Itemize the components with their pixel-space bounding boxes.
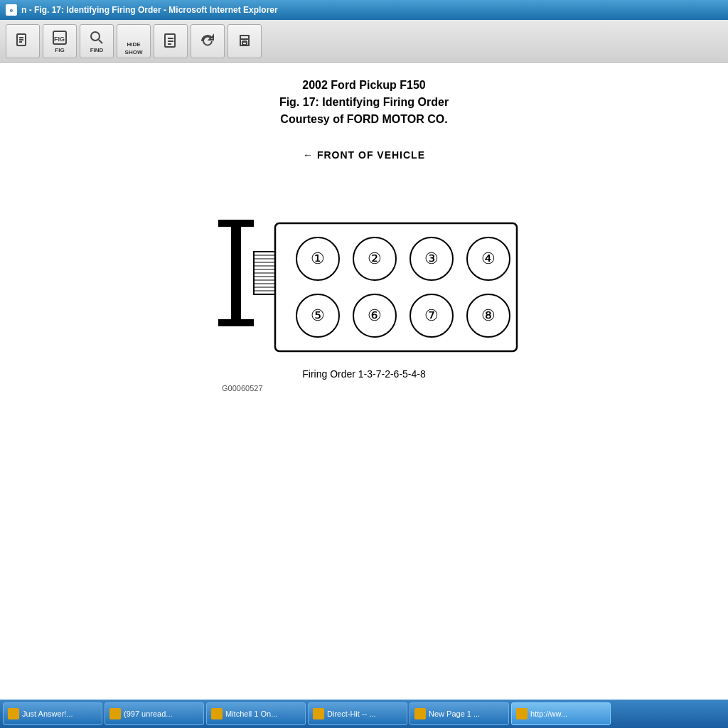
svg-text:②: ②: [368, 250, 382, 267]
doc-button[interactable]: [154, 24, 188, 58]
svg-rect-48: [314, 710, 323, 718]
taskbar-item-unread[interactable]: (997 unread...: [105, 702, 204, 725]
taskbar-item-directhit[interactable]: Direct-Hit -- ...: [308, 702, 407, 725]
browser-icon: e: [6, 4, 17, 16]
svg-rect-11: [242, 42, 247, 45]
fig-button[interactable]: FIG FIG: [43, 24, 77, 58]
hideshow-label2: SHOW: [125, 49, 143, 56]
svg-text:FIG: FIG: [54, 36, 65, 43]
taskbar-label-2: (997 unread...: [124, 710, 173, 718]
hideshow-label: HIDE: [127, 41, 140, 48]
main-content: 2002 Ford Pickup F150 Fig. 17: Identifyi…: [0, 63, 728, 700]
svg-rect-47: [213, 710, 221, 718]
svg-text:③: ③: [424, 250, 439, 267]
taskbar-item-justanswer[interactable]: Just Answer!...: [3, 702, 102, 725]
page-title-block: 2002 Ford Pickup F150 Fig. 17: Identifyi…: [14, 77, 714, 128]
taskbar-icon-1: [8, 708, 19, 719]
refresh-button[interactable]: [191, 24, 225, 58]
taskbar-item-newpage[interactable]: New Page 1 ...: [410, 702, 509, 725]
svg-line-7: [99, 40, 102, 43]
svg-text:⑥: ⑥: [368, 306, 382, 324]
svg-rect-46: [111, 710, 119, 718]
taskbar-icon-2: [109, 708, 121, 719]
svg-rect-45: [9, 710, 18, 718]
taskbar-item-http[interactable]: http://ww...: [511, 702, 611, 725]
page-button[interactable]: [6, 24, 40, 58]
taskbar-icon-3: [211, 708, 223, 719]
svg-text:④: ④: [481, 250, 496, 267]
front-label: ← FRONT OF VEHICLE: [193, 149, 535, 161]
toolbar: FIG FIG FIND HIDE SHOW: [0, 20, 728, 63]
taskbar-icon-4: [313, 708, 324, 719]
svg-rect-49: [416, 710, 424, 718]
find-label: FIND: [90, 47, 104, 53]
diagram-container: ← FRONT OF VEHICLE: [14, 149, 714, 392]
taskbar-label-4: Direct-Hit -- ...: [327, 710, 375, 718]
print-button[interactable]: [228, 24, 262, 58]
svg-text:⑦: ⑦: [424, 306, 439, 324]
title-bar-text: n - Fig. 17: Identifying Firing Order - …: [21, 5, 278, 15]
svg-text:①: ①: [311, 250, 325, 267]
find-button[interactable]: FIND: [80, 24, 114, 58]
taskbar-item-mitchell[interactable]: Mitchell 1 On...: [206, 702, 306, 725]
taskbar-label-3: Mitchell 1 On...: [225, 710, 277, 718]
taskbar: Just Answer!... (997 unread... Mitchell …: [0, 700, 728, 728]
taskbar-label-1: Just Answer!...: [22, 710, 73, 718]
engine-diagram: ① ② ③ ④ ⑤ ⑥ ⑦: [193, 166, 535, 365]
title-line2: Fig. 17: Identifying Firing Order: [14, 94, 714, 111]
svg-text:⑧: ⑧: [481, 306, 496, 324]
taskbar-label-5: New Page 1 ...: [429, 710, 480, 718]
figure-code: G00060527: [222, 384, 535, 392]
taskbar-label-6: http://ww...: [530, 710, 567, 718]
firing-order-label: Firing Order 1-3-7-2-6-5-4-8: [193, 368, 535, 380]
fig-label: FIG: [55, 47, 64, 53]
crankshaft-group: [218, 223, 275, 323]
hideshow-button[interactable]: HIDE SHOW: [117, 24, 151, 58]
title-line1: 2002 Ford Pickup F150: [14, 77, 714, 94]
title-bar: e n - Fig. 17: Identifying Firing Order …: [0, 0, 728, 20]
svg-point-6: [91, 32, 100, 41]
svg-text:⑤: ⑤: [311, 306, 325, 324]
taskbar-icon-6: [516, 708, 528, 719]
svg-rect-50: [518, 710, 526, 718]
diagram: ← FRONT OF VEHICLE: [193, 149, 535, 392]
taskbar-icon-5: [414, 708, 426, 719]
title-line3: Courtesy of FORD MOTOR CO.: [14, 111, 714, 128]
